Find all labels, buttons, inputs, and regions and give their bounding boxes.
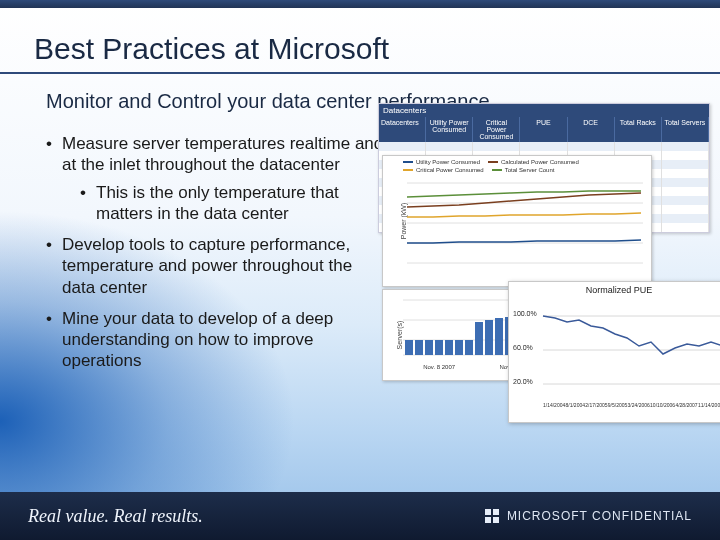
swatch-icon xyxy=(403,169,413,171)
footer-confidential: MICROSOFT CONFIDENTIAL xyxy=(485,509,692,523)
table-header-row: Datacenters Utility Power Consumed Criti… xyxy=(379,117,709,142)
swatch-icon xyxy=(492,169,502,171)
table-row xyxy=(379,142,709,151)
svg-rect-14 xyxy=(455,340,463,355)
ytick: 60.0% xyxy=(513,344,533,351)
slide: Best Practices at Microsoft Monitor and … xyxy=(0,0,720,540)
chart-cluster: Datacenters Datacenters Utility Power Co… xyxy=(378,103,708,423)
xtick: 10/10/2006 xyxy=(650,402,675,408)
legend-label: Calculated Power Consumed xyxy=(501,159,579,165)
svg-rect-18 xyxy=(495,318,503,355)
power-chart-legend: Utility Power Consumed Calculated Power … xyxy=(383,156,651,173)
xtick: 4/28/2007 xyxy=(675,402,697,408)
legend-label: Total Server Count xyxy=(505,167,555,173)
bullet-1-text: Measure server temperatures realtime and… xyxy=(62,134,383,174)
legend-item-utility: Utility Power Consumed xyxy=(403,159,480,165)
svg-rect-13 xyxy=(445,340,453,355)
xtick: 1/14/2004 xyxy=(543,402,565,408)
th-servers: Total Servers xyxy=(662,117,709,142)
xtick: Nov. 8 2007 xyxy=(423,364,455,370)
bullet-2: Develop tools to capture performance, te… xyxy=(46,234,386,298)
xtick: 11/14/2007 xyxy=(698,402,720,408)
th-racks: Total Racks xyxy=(615,117,662,142)
swatch-icon xyxy=(403,161,413,163)
legend-label: Critical Power Consumed xyxy=(416,167,484,173)
power-line-chart: Utility Power Consumed Calculated Power … xyxy=(382,155,652,287)
th-pue: PUE xyxy=(520,117,567,142)
legend-item-critical: Critical Power Consumed xyxy=(403,167,484,173)
pue-title: Normalized PUE xyxy=(509,282,720,298)
svg-rect-12 xyxy=(435,340,443,355)
th-datacenters: Datacenters xyxy=(379,117,426,142)
th-critical: Critical Power Consumed xyxy=(473,117,520,142)
top-accent-bar xyxy=(0,0,720,8)
svg-rect-9 xyxy=(405,340,413,355)
footer-tagline: Real value. Real results. xyxy=(28,506,203,527)
xtick: 9/5/2005 xyxy=(608,402,627,408)
ytick: 100.0% xyxy=(513,310,537,317)
table-title: Datacenters xyxy=(379,104,709,117)
th-utility: Utility Power Consumed xyxy=(426,117,473,142)
slide-title: Best Practices at Microsoft xyxy=(0,8,720,66)
legend-label: Utility Power Consumed xyxy=(416,159,480,165)
power-ylabel: Power (kW) xyxy=(400,203,407,240)
svg-rect-11 xyxy=(425,340,433,355)
confidential-text: MICROSOFT CONFIDENTIAL xyxy=(507,509,692,523)
legend-item-servers: Total Server Count xyxy=(492,167,555,173)
power-chart-svg xyxy=(383,173,651,277)
swatch-icon xyxy=(488,161,498,163)
bullet-1: Measure server temperatures realtime and… xyxy=(46,133,386,224)
footer-bar: Real value. Real results. MICROSOFT CONF… xyxy=(0,492,720,540)
xtick: 2/17/2005 xyxy=(585,402,607,408)
svg-rect-15 xyxy=(465,340,473,355)
ytick: 20.0% xyxy=(513,378,533,385)
pue-xticks: 1/14/2004 8/1/2004 2/17/2005 9/5/2005 3/… xyxy=(509,402,720,410)
microsoft-logo-icon xyxy=(485,509,499,523)
xtick: 8/1/2004 xyxy=(566,402,585,408)
bullet-1-1: This is the only temperature that matter… xyxy=(80,182,386,225)
content-row: Measure server temperatures realtime and… xyxy=(0,113,720,382)
svg-rect-10 xyxy=(415,340,423,355)
th-dce: DCE xyxy=(568,117,615,142)
legend-item-calc: Calculated Power Consumed xyxy=(488,159,579,165)
svg-rect-16 xyxy=(475,322,483,355)
pue-chart-svg xyxy=(509,298,720,398)
svg-rect-17 xyxy=(485,320,493,355)
server-ylabel: Server(s) xyxy=(396,321,403,350)
xtick: 3/24/2006 xyxy=(628,402,650,408)
pue-line-chart: Normalized PUE 100.0% 60.0% 20.0% 1/14/2… xyxy=(508,281,720,423)
bullet-3: Mine your data to develop of a deep unde… xyxy=(46,308,386,372)
bullet-list: Measure server temperatures realtime and… xyxy=(46,125,386,382)
